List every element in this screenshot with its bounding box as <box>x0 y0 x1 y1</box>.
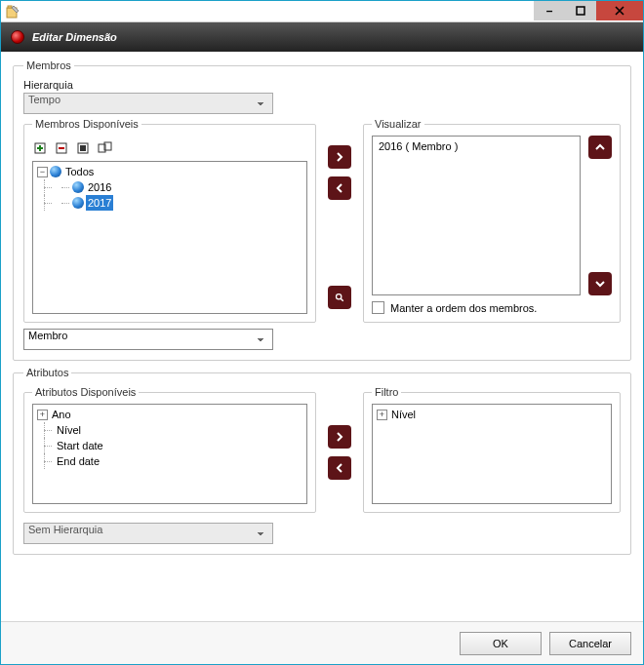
tree-line-icon <box>55 179 70 195</box>
globe-icon <box>50 166 61 177</box>
dialog-header: Editar Dimensão <box>1 22 643 52</box>
svg-point-9 <box>337 294 342 299</box>
atributos-legend: Atributos <box>23 367 71 378</box>
dialog-window: – Editar Dimensão Membros Hierarquia Tem… <box>0 0 644 665</box>
atributos-hierarquia-select[interactable]: Sem Hierarquia <box>23 523 273 544</box>
filtro-label: Nível <box>389 407 418 422</box>
globe-icon <box>72 197 84 209</box>
titlebar-buttons: – <box>534 1 643 22</box>
close-button[interactable] <box>596 1 643 20</box>
atributos-disponiveis-legend: Atributos Disponíveis <box>32 386 139 398</box>
atributos-disponiveis-group: Atributos Disponíveis + Ano Nível Star <box>23 386 316 513</box>
tree-node[interactable]: + Ano <box>35 407 304 422</box>
expander-plus-icon[interactable]: + <box>37 410 48 420</box>
remove-icon[interactable] <box>54 139 71 157</box>
tree-node-root[interactable]: − Todos <box>35 164 304 179</box>
dialog-body: Membros Hierarquia Tempo Membros Disponí… <box>1 52 643 621</box>
tree-node[interactable]: + Nível <box>375 407 609 422</box>
tree-line-icon <box>37 195 53 211</box>
hierarquia-select[interactable]: Tempo <box>23 93 273 114</box>
ok-button[interactable]: OK <box>460 632 542 655</box>
atributos-tree[interactable]: + Ano Nível Start date <box>32 404 307 504</box>
dialog-title: Editar Dimensão <box>32 31 117 43</box>
filtro-legend: Filtro <box>372 386 401 398</box>
remove-left-button[interactable] <box>328 176 351 200</box>
tree-line-icon <box>37 422 53 438</box>
svg-rect-2 <box>577 7 584 15</box>
hierarquia-label: Hierarquia <box>23 79 621 91</box>
visualizar-group: Visualizar 2016 ( Membro ) <box>363 118 621 323</box>
visualizar-legend: Visualizar <box>372 118 424 130</box>
membros-tree[interactable]: − Todos 2016 <box>32 161 307 314</box>
attr-label: End date <box>55 453 101 469</box>
membros-disponiveis-legend: Membros Disponíveis <box>32 118 141 130</box>
tree-node[interactable]: Nível <box>35 422 304 438</box>
membros-legend: Membros <box>23 59 74 71</box>
expander-plus-icon[interactable]: + <box>377 410 387 420</box>
maximize-button[interactable] <box>565 1 596 20</box>
attr-label: Start date <box>55 438 105 453</box>
tree-line-icon <box>37 179 53 195</box>
membros-group: Membros Hierarquia Tempo Membros Disponí… <box>13 59 631 361</box>
tree-node[interactable]: Start date <box>35 438 304 453</box>
tree-node[interactable]: End date <box>35 453 304 469</box>
tree-child-label: 2016 <box>86 179 113 195</box>
attr-label: Ano <box>50 407 73 422</box>
attr-add-right-button[interactable] <box>328 425 351 449</box>
membros-disponiveis-group: Membros Disponíveis <box>23 118 316 323</box>
header-ball-icon <box>11 30 24 44</box>
move-down-button[interactable] <box>588 272 612 295</box>
dialog-footer: OK Cancelar <box>1 621 643 664</box>
add-icon[interactable] <box>32 139 50 157</box>
filtro-tree[interactable]: + Nível <box>372 404 612 504</box>
transfer-buttons-mid <box>326 118 353 323</box>
atributos-group: Atributos Atributos Disponíveis + Ano Ní… <box>13 367 631 555</box>
tree-root-label: Todos <box>63 164 96 179</box>
visualizar-list[interactable]: 2016 ( Membro ) <box>372 136 581 295</box>
titlebar-left <box>1 4 20 20</box>
app-icon <box>5 4 20 20</box>
filtro-group: Filtro + Nível <box>363 386 621 513</box>
attr-remove-left-button[interactable] <box>328 456 351 480</box>
manter-ordem-row: Manter a ordem dos membros. <box>372 301 612 314</box>
toolbar-icon-4[interactable] <box>97 139 114 157</box>
attr-label: Nível <box>55 422 83 438</box>
search-button[interactable] <box>328 286 351 309</box>
tree-line-icon <box>37 438 53 453</box>
tree-line-icon <box>37 453 53 469</box>
svg-rect-1 <box>8 6 12 8</box>
move-up-button[interactable] <box>588 136 612 159</box>
expander-minus-icon[interactable]: − <box>37 167 48 177</box>
tree-child-label: 2017 <box>86 195 113 211</box>
add-right-button[interactable] <box>328 145 351 169</box>
atributos-transfer-buttons <box>326 386 353 513</box>
tree-node-child[interactable]: 2016 <box>35 179 304 195</box>
tree-node-child[interactable]: 2017 <box>35 195 304 211</box>
cancel-button[interactable]: Cancelar <box>549 632 631 655</box>
membro-type-select[interactable]: Membro <box>23 329 273 350</box>
minimize-button[interactable]: – <box>534 1 565 20</box>
manter-ordem-label: Manter a ordem dos membros. <box>390 302 537 314</box>
membros-toolbar <box>32 139 307 157</box>
svg-rect-6 <box>80 145 86 151</box>
tree-line-icon <box>55 195 70 211</box>
toolbar-icon-3[interactable] <box>75 139 93 157</box>
titlebar: – <box>1 1 643 22</box>
manter-ordem-checkbox[interactable] <box>372 301 384 314</box>
list-item[interactable]: 2016 ( Membro ) <box>379 140 574 152</box>
globe-icon <box>72 181 84 193</box>
